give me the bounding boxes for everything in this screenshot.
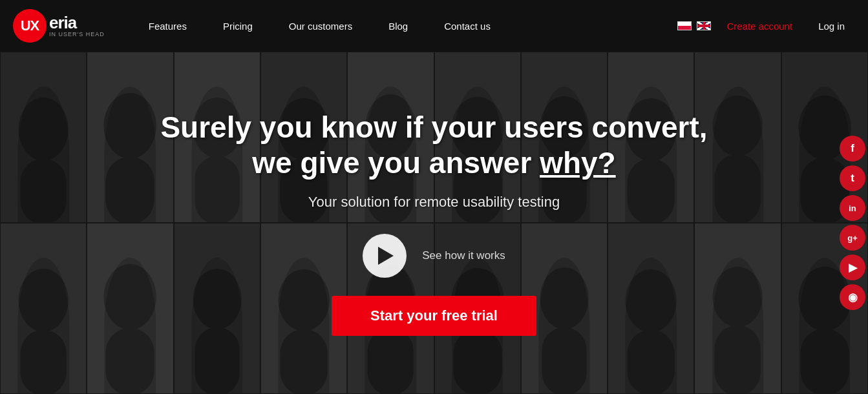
cta-button[interactable]: Start your free trial [332,296,536,336]
logo-circle: UX [13,9,47,43]
nav-features[interactable]: Features [131,0,205,52]
see-how-text[interactable]: See how it works [422,249,505,262]
logo[interactable]: UX eria IN USER'S HEAD [13,9,105,43]
nav-customers[interactable]: Our customers [271,0,370,52]
play-button[interactable] [363,234,407,278]
headline-line1: Surely you know if your users convert, [160,110,707,144]
play-icon [378,247,394,265]
headline-line2: we give you answer why? [252,146,615,180]
linkedin-icon[interactable]: in [840,195,865,221]
logo-text: eria IN USER'S HEAD [49,14,105,37]
create-account-link[interactable]: Create account [716,21,803,32]
nav-blog[interactable]: Blog [370,0,426,52]
logo-ux: UX [21,17,39,34]
logo-brand: eria [49,14,105,31]
nav-contact[interactable]: Contact us [426,0,509,52]
nav-pricing[interactable]: Pricing [205,0,271,52]
hero-headline: Surely you know if your users convert, w… [160,110,707,181]
hero-overlay: Surely you know if your users convert, w… [0,52,868,394]
facebook-icon[interactable]: f [840,136,865,161]
googleplus-icon[interactable]: g+ [840,225,865,251]
instagram-icon[interactable]: ◉ [840,284,865,310]
youtube-icon[interactable]: ▶ [840,254,865,280]
login-link[interactable]: Log in [808,21,855,32]
hero-actions: See how it works [363,234,505,278]
flag-uk[interactable] [697,21,711,30]
twitter-icon[interactable]: t [840,165,865,191]
nav-links: Features Pricing Our customers Blog Cont… [131,0,678,52]
flag-pl[interactable] [677,21,692,30]
navbar: UX eria IN USER'S HEAD Features Pricing … [0,0,868,52]
social-bar: f t in g+ ▶ ◉ [837,52,868,394]
nav-right: Create account Log in [677,21,855,32]
logo-tagline: IN USER'S HEAD [49,31,105,37]
hero-subheadline: Your solution for remote usability testi… [308,194,560,211]
